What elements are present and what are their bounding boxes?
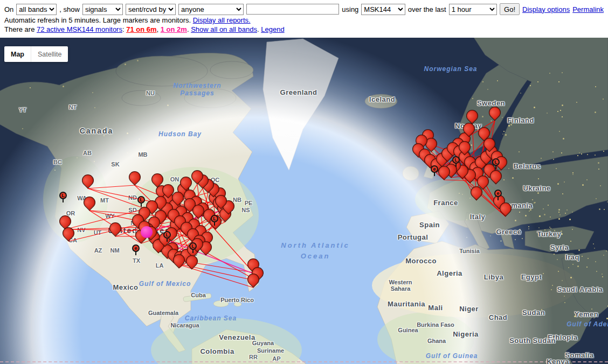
map-type-satellite-button[interactable]: Satellite (31, 46, 68, 62)
city-lights-dot (552, 285, 553, 286)
city-lights-dot (586, 179, 588, 180)
city-lights-dot (553, 159, 554, 160)
city-lights-dot (564, 302, 565, 303)
city-lights-dot (96, 129, 98, 131)
city-lights-dot (557, 111, 558, 112)
city-lights-dot (505, 134, 507, 136)
report-marker-lettered[interactable]: e (132, 244, 140, 252)
city-lights-dot (538, 178, 539, 179)
city-lights-dot (502, 117, 503, 118)
map-type-control: Map Satellite (4, 46, 68, 62)
city-lights-dot (558, 271, 559, 272)
city-lights-dot (561, 233, 563, 235)
report-marker-lettered[interactable]: L (211, 215, 218, 222)
city-lights-dot (530, 209, 531, 211)
city-lights-dot (566, 209, 568, 211)
permalink-link[interactable]: Permalink (572, 5, 604, 13)
city-lights-dot (482, 116, 483, 117)
legend-link[interactable]: Legend (261, 25, 284, 33)
report-marker-lettered[interactable]: L (452, 156, 460, 164)
city-lights-dot (562, 104, 563, 106)
city-lights-dot (602, 276, 603, 277)
city-lights-dot (103, 135, 105, 136)
report-marker-lettered[interactable]: L (59, 192, 67, 199)
direction-select[interactable]: sent/rcvd by (126, 4, 176, 15)
using-label: using (342, 5, 358, 13)
monitor-2m-marker[interactable] (141, 226, 153, 238)
go-button[interactable]: Go! (500, 3, 520, 15)
city-lights-dot (500, 240, 502, 242)
city-lights-dot (478, 101, 479, 102)
map-canvas[interactable]: Norwegian SeaNorthwestern PassagesHudson… (0, 38, 608, 364)
callsign-input[interactable] (246, 4, 339, 15)
city-lights-dot (607, 201, 608, 202)
city-lights-dot (578, 249, 580, 251)
on-label: On (4, 5, 13, 13)
city-lights-dot (466, 237, 467, 238)
show-all-bands-link[interactable]: Show all on all bands (191, 25, 257, 33)
city-lights-dot (558, 81, 559, 82)
city-lights-dot (602, 274, 603, 275)
city-lights-dot (24, 109, 25, 110)
city-lights-dot (466, 219, 467, 220)
city-lights-dot (537, 192, 539, 194)
comma-text: , (157, 25, 161, 33)
city-lights-dot (564, 296, 565, 297)
city-lights-dot (519, 151, 520, 152)
city-lights-dot (603, 99, 604, 100)
city-lights-dot (603, 255, 604, 256)
city-lights-dot (595, 155, 596, 156)
city-lights-dot (527, 117, 528, 118)
city-lights-dot (577, 265, 579, 267)
city-lights-dot (576, 102, 577, 103)
city-lights-dot (515, 220, 516, 221)
city-lights-dot (125, 64, 126, 65)
city-lights-dot (543, 273, 544, 274)
city-lights-dot (565, 249, 566, 251)
city-lights-dot (528, 228, 529, 229)
city-lights-dot (569, 219, 571, 220)
city-lights-dot (595, 261, 596, 262)
city-lights-dot (482, 81, 483, 82)
city-lights-dot (30, 87, 31, 88)
city-lights-dot (570, 241, 571, 242)
display-options-link[interactable]: Display options (522, 5, 570, 13)
city-lights-dot (515, 239, 516, 240)
map-type-map-button[interactable]: Map (4, 46, 31, 62)
refresh-text: Automatic refresh in 5 minutes. Large ma… (4, 16, 191, 24)
report-marker-lettered[interactable]: L (137, 196, 145, 204)
city-lights-dot (562, 72, 563, 73)
report-marker-lettered[interactable]: e (494, 190, 502, 197)
city-lights-dot (22, 128, 23, 129)
city-lights-dot (530, 85, 531, 86)
city-lights-dot (544, 229, 545, 230)
city-lights-dot (550, 216, 551, 218)
show-label: , show (59, 5, 80, 13)
report-marker-lettered[interactable]: e (431, 165, 438, 173)
city-lights-dot (598, 162, 599, 164)
city-lights-dot (529, 211, 530, 212)
city-lights-dot (563, 138, 564, 139)
city-lights-dot (127, 152, 128, 153)
city-lights-dot (534, 107, 535, 108)
report-marker-lettered[interactable]: L (163, 231, 171, 239)
report-marker-lettered[interactable]: L (492, 158, 500, 166)
monitors-6m-link[interactable]: 71 on 6m (126, 25, 156, 33)
active-monitors-link[interactable]: 72 active MSK144 monitors (37, 25, 122, 33)
report-marker-lettered[interactable]: L (189, 242, 197, 250)
timespan-select[interactable]: 1 hour (449, 4, 497, 15)
city-lights-dot (599, 208, 600, 210)
city-lights-dot (508, 168, 509, 169)
monitors-2m-link[interactable]: 1 on 2m (161, 25, 187, 33)
display-all-reports-link[interactable]: Display all reports. (193, 16, 251, 24)
city-lights-dot (92, 92, 93, 93)
monitors-prefix: There are (4, 25, 37, 33)
city-lights-dot (171, 151, 172, 152)
equator-line (0, 361, 608, 362)
protocol-select[interactable]: MSK144 (361, 4, 405, 15)
who-select[interactable]: anyone (178, 4, 244, 15)
mode-select[interactable]: signals (82, 4, 123, 15)
over-label: over the last (408, 5, 446, 13)
city-lights-dot (525, 215, 527, 216)
band-select[interactable]: all bands (16, 4, 57, 15)
